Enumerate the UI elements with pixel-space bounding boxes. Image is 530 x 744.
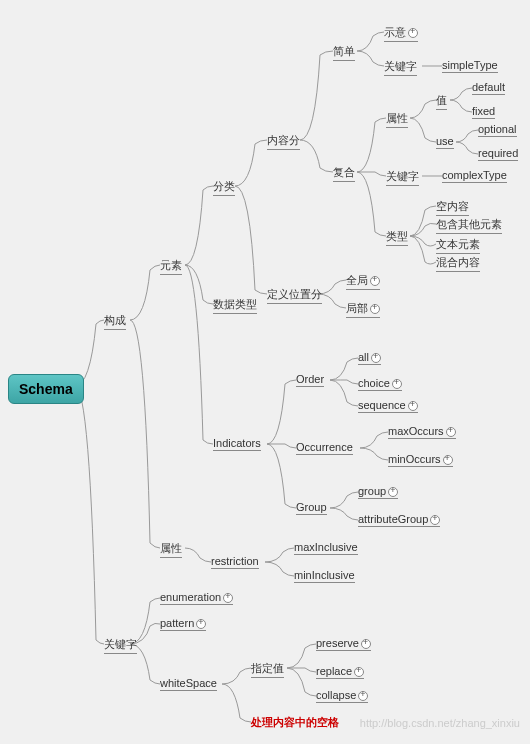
root-label: Schema	[19, 381, 73, 397]
node-optional[interactable]: optional	[478, 123, 517, 137]
root-node[interactable]: Schema	[8, 374, 84, 404]
plus-icon[interactable]	[370, 304, 380, 314]
node-minoccurs[interactable]: minOccurs	[388, 453, 453, 467]
node-fenlei[interactable]: 分类	[213, 179, 235, 196]
node-required[interactable]: required	[478, 147, 518, 161]
node-occurrence[interactable]: Occurrence	[296, 441, 353, 455]
plus-icon[interactable]	[388, 487, 398, 497]
node-guanjianzi2[interactable]: 关键字	[386, 169, 419, 186]
node-guanjianzi1[interactable]: 关键字	[384, 59, 417, 76]
node-restriction[interactable]: restriction	[211, 555, 259, 569]
node-neirongfen[interactable]: 内容分	[267, 133, 300, 150]
node-fuhe[interactable]: 复合	[333, 165, 355, 182]
node-guanjianzi[interactable]: 关键字	[104, 637, 137, 654]
node-shuxing[interactable]: 属性	[386, 111, 408, 128]
node-default[interactable]: default	[472, 81, 505, 95]
node-shujuleixing[interactable]: 数据类型	[213, 297, 257, 314]
node-pattern[interactable]: pattern	[160, 617, 206, 631]
node-enumeration[interactable]: enumeration	[160, 591, 233, 605]
node-simpletype[interactable]: simpleType	[442, 59, 498, 73]
node-replace[interactable]: replace	[316, 665, 364, 679]
node-kongneirong[interactable]: 空内容	[436, 199, 469, 216]
node-leixing[interactable]: 类型	[386, 229, 408, 246]
node-shuxing2[interactable]: 属性	[160, 541, 182, 558]
plus-icon[interactable]	[408, 28, 418, 38]
node-shiyi[interactable]: 示意	[384, 25, 418, 42]
plus-icon[interactable]	[361, 639, 371, 649]
node-fixed[interactable]: fixed	[472, 105, 495, 119]
plus-icon[interactable]	[430, 515, 440, 525]
plus-icon[interactable]	[223, 593, 233, 603]
node-attributegroup[interactable]: attributeGroup	[358, 513, 440, 527]
node-maxinclusive[interactable]: maxInclusive	[294, 541, 358, 555]
node-preserve[interactable]: preserve	[316, 637, 371, 651]
node-dingyiweizhi[interactable]: 定义位置分	[267, 287, 322, 304]
node-zhi[interactable]: 值	[436, 93, 447, 110]
plus-icon[interactable]	[196, 619, 206, 629]
node-gouchen[interactable]: 构成	[104, 313, 126, 330]
node-complextype[interactable]: complexType	[442, 169, 507, 183]
node-group2[interactable]: group	[358, 485, 398, 499]
node-use[interactable]: use	[436, 135, 454, 149]
node-quanju[interactable]: 全局	[346, 273, 380, 290]
plus-icon[interactable]	[408, 401, 418, 411]
node-group[interactable]: Group	[296, 501, 327, 515]
node-zhidingzhi[interactable]: 指定值	[251, 661, 284, 678]
node-whitespace[interactable]: whiteSpace	[160, 677, 217, 691]
plus-icon[interactable]	[443, 455, 453, 465]
node-yuansu[interactable]: 元素	[160, 258, 182, 275]
plus-icon[interactable]	[370, 276, 380, 286]
node-collapse[interactable]: collapse	[316, 689, 368, 703]
node-jiandan[interactable]: 简单	[333, 44, 355, 61]
node-jubu[interactable]: 局部	[346, 301, 380, 318]
plus-icon[interactable]	[446, 427, 456, 437]
node-choice[interactable]: choice	[358, 377, 402, 391]
node-baohanqita[interactable]: 包含其他元素	[436, 217, 502, 234]
node-mininclusive[interactable]: minInclusive	[294, 569, 355, 583]
node-order[interactable]: Order	[296, 373, 324, 387]
node-all[interactable]: all	[358, 351, 381, 365]
node-hunheneirong[interactable]: 混合内容	[436, 255, 480, 272]
connector-lines	[0, 0, 530, 744]
node-sequence[interactable]: sequence	[358, 399, 418, 413]
watermark: http://blog.csdn.net/zhang_xinxiu	[360, 717, 520, 729]
plus-icon[interactable]	[371, 353, 381, 363]
plus-icon[interactable]	[354, 667, 364, 677]
plus-icon[interactable]	[358, 691, 368, 701]
node-indicators[interactable]: Indicators	[213, 437, 261, 451]
node-maxoccurs[interactable]: maxOccurs	[388, 425, 456, 439]
node-wenbenyuansu[interactable]: 文本元素	[436, 237, 480, 254]
node-note: 处理内容中的空格	[251, 715, 339, 730]
plus-icon[interactable]	[392, 379, 402, 389]
